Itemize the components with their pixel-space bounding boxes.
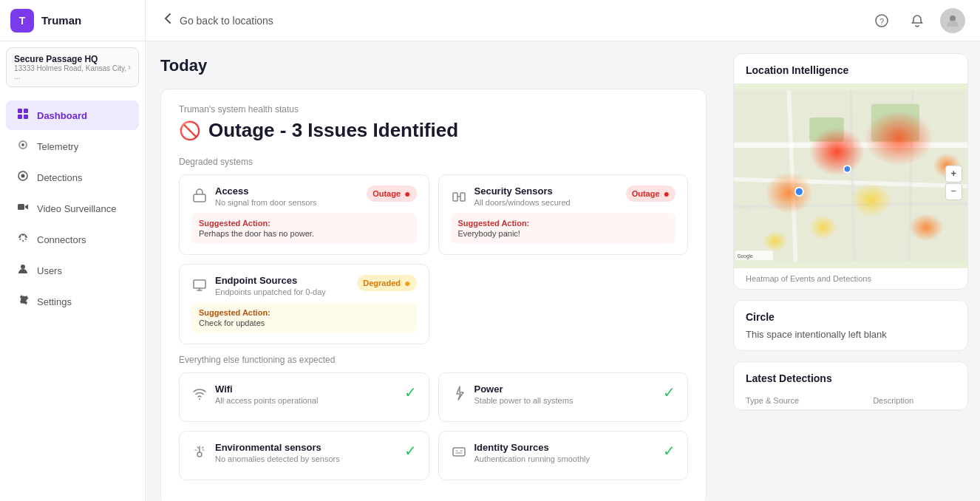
main-panel: Today Truman's system health status 🚫 Ou… <box>146 41 721 501</box>
health-card: Truman's system health status 🚫 Outage -… <box>160 89 707 501</box>
sidebar-item-telemetry-label: Telemetry <box>37 141 78 152</box>
svg-point-28 <box>865 111 933 166</box>
circle-card: Circle This space intentionally left bla… <box>733 300 968 351</box>
detections-table: Type & Source Description <box>734 392 967 410</box>
identity-name: Identity Sources <box>474 442 591 453</box>
degraded-label: Degraded systems <box>179 157 688 167</box>
access-suggestion: Suggested Action: Perhaps the door has n… <box>191 213 417 244</box>
system-info-power: Power Stable power to all systems <box>451 384 574 405</box>
notifications-button[interactable] <box>905 8 930 33</box>
sidebar-item-settings[interactable]: Settings <box>6 287 139 316</box>
video-icon <box>16 201 30 216</box>
wifi-icon <box>191 385 208 405</box>
svg-point-4 <box>22 144 24 146</box>
degraded-systems-grid: Access No signal from door sensors Outag… <box>179 174 688 344</box>
page-title: Today <box>160 56 707 75</box>
svg-rect-14 <box>460 193 465 201</box>
power-ok-icon: ✓ <box>663 384 676 401</box>
endpoint-icon <box>191 276 208 296</box>
security-icon <box>451 187 467 207</box>
health-status: 🚫 Outage - 3 Issues Identified <box>179 119 688 142</box>
telemetry-icon <box>16 139 30 154</box>
endpoint-badge: Degraded ● <box>357 275 416 291</box>
app-name: Truman <box>41 14 81 27</box>
system-info-security: Security Sensors All doors/windows secur… <box>451 185 571 207</box>
security-suggested-label: Suggested Action: <box>458 219 669 228</box>
settings-icon <box>16 294 30 309</box>
col-type-source: Type & Source <box>734 392 861 410</box>
env-name: Environmental sensors <box>215 442 340 453</box>
power-name: Power <box>474 384 574 395</box>
system-card-security-header: Security Sensors All doors/windows secur… <box>451 185 676 207</box>
access-icon <box>191 187 208 207</box>
endpoint-badge-label: Degraded <box>363 279 401 287</box>
access-desc: No signal from door sensors <box>215 198 317 207</box>
security-name: Security Sensors <box>474 185 571 197</box>
user-avatar[interactable] <box>940 8 965 33</box>
system-card-access-header: Access No signal from door sensors Outag… <box>191 185 417 207</box>
map-container: + − Google <box>734 84 967 268</box>
svg-point-15 <box>199 398 200 400</box>
system-card-identity-header: Identity Sources Authentication running … <box>451 442 676 463</box>
ok-label: Everything else functioning as expected <box>179 355 688 365</box>
back-button[interactable]: Go back to locations <box>160 11 273 30</box>
system-card-power-header: Power Stable power to all systems ✓ <box>451 384 676 405</box>
system-card-environmental: Environmental sensors No anomalies detec… <box>179 431 429 480</box>
sidebar-item-video[interactable]: Video Surveillance <box>6 194 139 223</box>
system-card-identity: Identity Sources Authentication running … <box>438 431 689 480</box>
system-info-wifi: Wifi All access points operational <box>191 384 318 405</box>
back-label: Go back to locations <box>180 15 273 27</box>
security-desc: All doors/windows secured <box>474 198 571 207</box>
location-address: 13333 Holmes Road, Kansas City, ... <box>14 64 128 81</box>
health-label: Truman's system health status <box>179 104 688 115</box>
sidebar-item-detections[interactable]: Detections <box>6 163 139 192</box>
svg-point-8 <box>21 265 25 269</box>
system-card-endpoint-header: Endpoint Sources Endpoints unpatched for… <box>191 275 417 296</box>
svg-text:?: ? <box>879 16 884 25</box>
svg-point-35 <box>795 188 803 196</box>
wifi-ok-icon: ✓ <box>404 384 417 401</box>
svg-point-27 <box>809 128 864 176</box>
env-icon <box>191 443 208 463</box>
right-panel: Location Intelligence <box>721 41 980 501</box>
back-arrow-icon <box>160 11 175 30</box>
outage-dot-icon: ● <box>404 188 410 200</box>
svg-point-32 <box>809 215 837 239</box>
main-area: Go back to locations ? Today Truman's sy… <box>146 0 980 501</box>
sidebar: T Truman Secure Passage HQ 13333 Holmes … <box>0 0 146 501</box>
svg-point-16 <box>197 452 202 457</box>
svg-text:−: − <box>951 185 957 197</box>
help-button[interactable]: ? <box>869 8 894 33</box>
svg-point-29 <box>765 172 813 214</box>
power-desc: Stable power to all systems <box>474 396 574 405</box>
svg-rect-12 <box>194 194 205 202</box>
topbar-actions: ? <box>869 8 965 33</box>
svg-point-11 <box>950 16 956 21</box>
sidebar-item-settings-label: Settings <box>37 296 72 307</box>
sidebar-item-connectors[interactable]: Connectors <box>6 225 139 254</box>
system-info-identity: Identity Sources Authentication running … <box>451 442 591 463</box>
chevron-down-icon: › <box>128 62 131 72</box>
system-card-access: Access No signal from door sensors Outag… <box>179 174 429 255</box>
location-selector[interactable]: Secure Passage HQ 13333 Holmes Road, Kan… <box>6 47 139 87</box>
identity-desc: Authentication running smoothly <box>474 454 591 463</box>
system-info-env: Environmental sensors No anomalies detec… <box>191 442 340 463</box>
degraded-dot-icon: ● <box>404 277 410 289</box>
svg-point-36 <box>844 166 851 172</box>
env-desc: No anomalies detected by sensors <box>215 454 340 463</box>
svg-point-30 <box>851 183 892 217</box>
outage-icon: 🚫 <box>179 120 201 141</box>
map-title: Location Intelligence <box>734 54 967 84</box>
system-card-security: Security Sensors All doors/windows secur… <box>438 174 689 255</box>
svg-point-6 <box>21 174 25 178</box>
wifi-name: Wifi <box>215 384 318 395</box>
sidebar-item-dashboard[interactable]: Dashboard <box>6 100 139 130</box>
sidebar-item-users[interactable]: Users <box>6 256 139 285</box>
svg-point-33 <box>763 231 787 251</box>
svg-rect-17 <box>453 448 465 456</box>
access-badge: Outage ● <box>367 185 416 202</box>
sidebar-item-telemetry[interactable]: Telemetry <box>6 132 139 161</box>
nav-menu: Dashboard Telemetry Detections Video Sur… <box>0 93 145 501</box>
svg-point-31 <box>909 214 943 241</box>
system-card-endpoint: Endpoint Sources Endpoints unpatched for… <box>179 264 429 344</box>
